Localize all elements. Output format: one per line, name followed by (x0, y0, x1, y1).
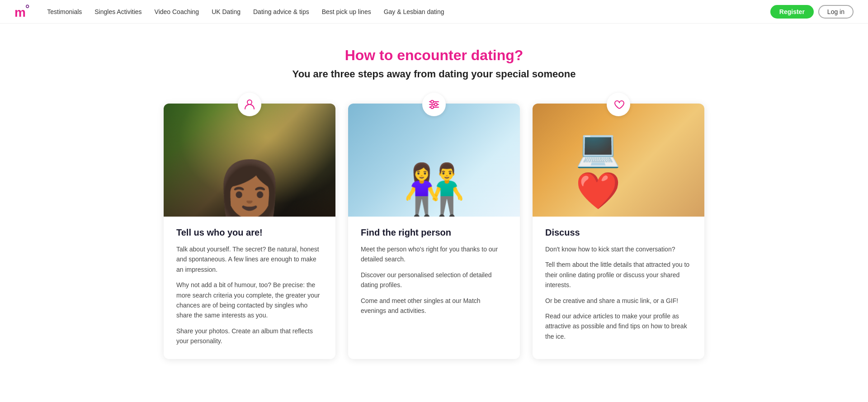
card-text-card-profile-1: Why not add a bit of humour, too? Be pre… (176, 280, 323, 321)
login-button[interactable]: Log in (818, 5, 854, 19)
card-profile: Tell us who you are!Talk about yourself.… (164, 104, 335, 359)
nav-link-uk-dating[interactable]: UK Dating (212, 8, 241, 15)
hero-section: How to encounter dating? You are three s… (0, 24, 868, 95)
card-image-2 (533, 104, 704, 217)
card-body-card-profile: Tell us who you are!Talk about yourself.… (164, 217, 335, 359)
card-image-0 (164, 104, 335, 217)
card-image-1 (348, 104, 520, 217)
card-title-card-discuss: Discuss (545, 227, 692, 238)
logo-letter: m (14, 6, 25, 20)
card-text-card-search-0: Meet the person who's right for you than… (361, 244, 507, 265)
main-nav: m° TestimonialsSingles ActivitiesVideo C… (0, 0, 868, 24)
nav-link-gay-lesbian[interactable]: Gay & Lesbian dating (384, 8, 444, 15)
hero-heading: How to encounter dating? (9, 47, 859, 64)
nav-link-singles-activities[interactable]: Singles Activities (94, 8, 142, 15)
card-text-card-discuss-2: Or be creative and share a music link, o… (545, 296, 692, 306)
card-text-card-discuss-3: Read our advice articles to make your pr… (545, 311, 692, 341)
person-icon (238, 93, 261, 116)
nav-link-testimonials[interactable]: Testimonials (47, 8, 82, 15)
heart-chat-icon (607, 93, 630, 116)
card-body-card-search: Find the right personMeet the person who… (348, 217, 520, 328)
card-body-card-discuss: DiscussDon't know how to kick start the … (533, 217, 704, 354)
card-text-card-search-2: Come and meet other singles at our Match… (361, 296, 507, 316)
cards-section: Tell us who you are!Talk about yourself.… (0, 95, 868, 377)
nav-link-pick-up-lines[interactable]: Best pick up lines (322, 8, 371, 15)
card-text-card-profile-0: Talk about yourself. The secret? Be natu… (176, 244, 323, 274)
card-title-card-profile: Tell us who you are! (176, 227, 323, 238)
nav-link-dating-advice[interactable]: Dating advice & tips (253, 8, 309, 15)
card-search: Find the right personMeet the person who… (348, 104, 520, 359)
nav-actions: Register Log in (770, 5, 854, 19)
site-logo[interactable]: m° (14, 3, 29, 20)
nav-links: TestimonialsSingles ActivitiesVideo Coac… (47, 8, 770, 16)
card-title-card-search: Find the right person (361, 227, 507, 238)
svg-point-0 (247, 100, 252, 104)
logo-dot: ° (25, 3, 29, 14)
sliders-icon (422, 93, 446, 116)
nav-link-video-coaching[interactable]: Video Coaching (155, 8, 199, 15)
card-text-card-discuss-1: Tell them about the little details that … (545, 260, 692, 290)
svg-point-4 (431, 100, 434, 103)
card-text-card-discuss-0: Don't know how to kick start the convers… (545, 244, 692, 254)
hero-subheading: You are three steps away from dating you… (9, 68, 859, 80)
register-button[interactable]: Register (770, 5, 814, 19)
svg-point-6 (431, 106, 434, 109)
svg-point-5 (434, 103, 437, 106)
card-text-card-profile-2: Share your photos. Create an album that … (176, 326, 323, 346)
card-discuss: DiscussDon't know how to kick start the … (533, 104, 704, 359)
card-text-card-search-1: Discover our personalised selection of d… (361, 270, 507, 290)
